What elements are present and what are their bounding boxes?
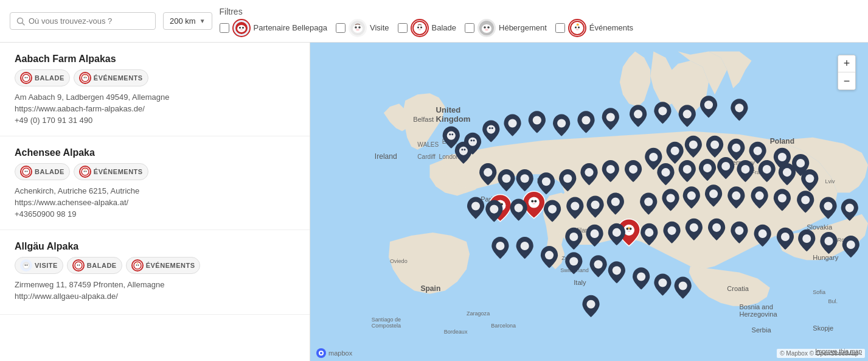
filter-checkbox-hebergement[interactable] (465, 23, 474, 33)
svg-point-191 (637, 272, 645, 281)
listing-url: https://www.aabach-farm-alpakas.de/ (15, 104, 295, 113)
listing-address: Am Aabach 9, Ladbergen 49549, Allemagne (15, 93, 295, 102)
svg-point-153 (606, 165, 615, 173)
tag-evenements-label: ÉVÉNEMENTS (94, 168, 143, 175)
map-svg: Ireland Belfast United Kingdom WALES ENG… (310, 43, 868, 361)
improve-map-link[interactable]: Improve this map (815, 348, 862, 355)
svg-point-131 (649, 153, 658, 161)
svg-point-109 (459, 147, 468, 155)
map-container[interactable]: Ireland Belfast United Kingdom WALES ENG… (310, 43, 868, 361)
filter-label-hebergement: Hébergement (499, 23, 547, 32)
svg-point-172 (569, 233, 578, 241)
svg-point-182 (802, 234, 811, 243)
visite-icon (350, 20, 366, 36)
svg-text:Santiago de: Santiago de (372, 317, 401, 323)
svg-point-106 (531, 200, 533, 202)
filter-label-balade: Balade (432, 23, 456, 32)
svg-point-116 (471, 139, 473, 141)
distance-value: 200 km (170, 16, 196, 26)
svg-point-55 (135, 264, 140, 268)
svg-point-142 (721, 162, 730, 170)
tag-evenements-label: ÉVÉNEMENTS (94, 74, 143, 82)
svg-point-144 (763, 165, 771, 173)
svg-point-20 (487, 26, 490, 29)
svg-point-130 (735, 103, 743, 112)
listing-item[interactable]: Allgäu Alpaka VISITE BALADE (0, 230, 310, 315)
listing-phone: +43650900 98 19 (15, 209, 295, 219)
svg-point-30 (25, 77, 26, 79)
svg-point-14 (417, 26, 419, 28)
listing-item[interactable]: Achensee Alpaka BALADE ÉVÉNEMENTS (0, 136, 310, 230)
listing-tags: BALADE ÉVÉNEMENTS (15, 69, 295, 86)
tag-balade-label: BALADE (35, 74, 64, 82)
evenements-icon (569, 20, 585, 36)
svg-text:Barcelona: Barcelona (491, 323, 516, 329)
filter-label-evenements: Événements (589, 23, 633, 32)
svg-text:Kingdom: Kingdom (436, 115, 471, 124)
svg-point-119 (489, 127, 491, 129)
listing-tags: BALADE ÉVÉNEMENTS (15, 163, 295, 180)
svg-point-118 (487, 125, 495, 134)
distance-select[interactable]: 200 km ▼ (163, 12, 212, 30)
svg-point-139 (661, 168, 670, 177)
main-content: Aabach Farm Alpakas BALADE ÉVÉNEMENTS (0, 43, 868, 361)
svg-text:Spain: Spain (420, 284, 440, 293)
svg-point-114 (451, 133, 453, 135)
svg-point-128 (683, 110, 692, 118)
mapbox-text: mapbox (328, 349, 352, 357)
listing-name: Achensee Alpaka (15, 147, 295, 158)
listing-tags: VISITE BALADE ÉVÉNEMENTS (15, 257, 295, 274)
svg-point-136 (754, 147, 762, 155)
svg-point-154 (629, 165, 637, 173)
tag-icon-balade (20, 166, 32, 178)
svg-point-125 (606, 113, 615, 121)
filter-checkbox-visite[interactable] (336, 23, 345, 33)
zoom-out-button[interactable]: − (838, 72, 855, 89)
svg-point-112 (447, 131, 456, 140)
tag-icon-balade (20, 72, 32, 84)
svg-text:Zaragoza: Zaragoza (467, 310, 490, 317)
svg-point-186 (521, 242, 529, 250)
svg-point-23 (573, 25, 582, 32)
svg-point-138 (796, 159, 805, 167)
svg-point-149 (521, 174, 529, 183)
svg-point-11 (356, 29, 359, 30)
svg-point-137 (778, 153, 786, 161)
search-input[interactable] (29, 16, 149, 26)
zoom-in-button[interactable]: + (838, 55, 855, 72)
svg-point-24 (575, 26, 577, 28)
svg-point-29 (24, 77, 29, 81)
svg-point-53 (78, 265, 80, 266)
svg-point-166 (732, 191, 740, 200)
listing-item[interactable]: Aabach Farm Alpakas BALADE ÉVÉNEMENTS (0, 43, 310, 136)
svg-point-33 (83, 77, 88, 81)
svg-point-169 (801, 195, 810, 204)
svg-text:Croatia: Croatia (727, 285, 749, 292)
svg-text:Oviedo: Oviedo (390, 258, 408, 264)
svg-point-113 (449, 133, 451, 135)
svg-point-141 (703, 164, 712, 172)
tag-icon-balade (72, 259, 85, 272)
svg-point-134 (710, 141, 719, 149)
svg-point-140 (683, 165, 692, 173)
svg-point-51 (76, 264, 81, 268)
balade-icon (412, 20, 428, 36)
tag-evenements: ÉVÉNEMENTS (126, 257, 201, 274)
svg-text:Herzegovina: Herzegovina (739, 310, 777, 318)
svg-point-111 (464, 149, 465, 150)
svg-point-178 (712, 223, 721, 232)
tag-icon-visite (20, 259, 32, 272)
svg-point-197 (320, 352, 322, 354)
tag-icon-evenements (79, 72, 91, 84)
svg-point-175 (645, 228, 653, 237)
svg-point-161 (611, 197, 620, 206)
svg-point-57 (137, 265, 139, 266)
svg-point-165 (709, 189, 718, 198)
filter-label-partenaire: Partenaire Bellepaga (254, 23, 327, 32)
filter-checkbox-evenements[interactable] (555, 23, 565, 33)
svg-point-176 (667, 226, 676, 235)
filter-checkbox-balade[interactable] (398, 23, 408, 33)
listing-url: https://www.achensee-alpaka.at/ (15, 198, 295, 207)
svg-point-115 (468, 138, 477, 146)
filter-checkbox-partenaire[interactable] (220, 23, 229, 33)
